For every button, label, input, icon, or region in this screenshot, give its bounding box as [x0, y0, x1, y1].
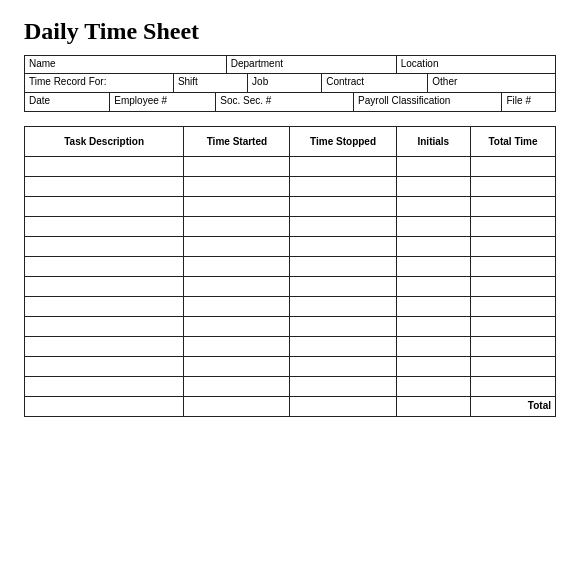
- department-label: Department: [226, 56, 396, 74]
- location-label: Location: [396, 56, 555, 74]
- file-label: File #: [502, 93, 555, 111]
- task-row: [25, 317, 556, 337]
- other-label: Other: [428, 74, 555, 92]
- page-title: Daily Time Sheet: [24, 18, 556, 45]
- time-record-label: Time Record For:: [25, 74, 173, 92]
- contract-label: Contract: [322, 74, 428, 92]
- shift-label: Shift: [173, 74, 247, 92]
- employee-label: Employee #: [110, 93, 216, 111]
- task-row: [25, 297, 556, 317]
- job-label: Job: [248, 74, 322, 92]
- task-row: [25, 257, 556, 277]
- task-row: [25, 157, 556, 177]
- date-label: Date: [25, 93, 110, 111]
- task-row: [25, 177, 556, 197]
- col-total-time: Total Time: [471, 127, 556, 157]
- soc-sec-label: Soc. Sec. #: [216, 93, 354, 111]
- col-time-stopped: Time Stopped: [290, 127, 396, 157]
- task-row: [25, 337, 556, 357]
- col-task-description: Task Description: [25, 127, 184, 157]
- total-label: Total: [471, 397, 556, 417]
- col-time-started: Time Started: [184, 127, 290, 157]
- task-row: [25, 277, 556, 297]
- total-row: Total: [25, 397, 556, 417]
- task-row: [25, 237, 556, 257]
- col-initials: Initials: [396, 127, 470, 157]
- task-row: [25, 377, 556, 397]
- task-row: [25, 217, 556, 237]
- task-row: [25, 197, 556, 217]
- task-row: [25, 357, 556, 377]
- name-label: Name: [25, 56, 227, 74]
- payroll-label: Payroll Classification: [354, 93, 502, 111]
